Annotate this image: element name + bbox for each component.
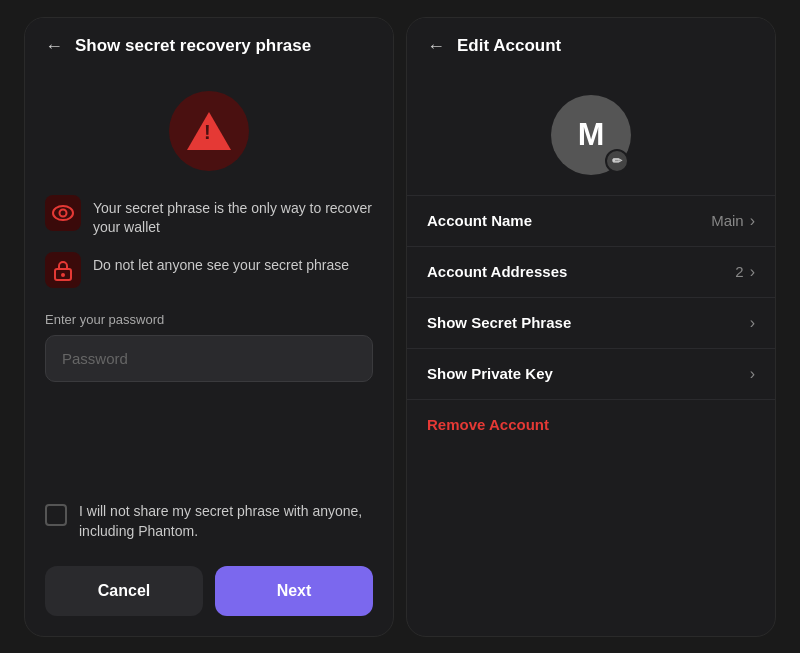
show-secret-chevron-icon: › <box>750 314 755 332</box>
left-content: Your secret phrase is the only way to re… <box>25 71 393 636</box>
left-panel-title: Show secret recovery phrase <box>75 36 311 56</box>
warning-icon-container <box>45 91 373 171</box>
account-addresses-value: 2 <box>735 263 743 280</box>
account-addresses-chevron-icon: › <box>750 263 755 281</box>
svg-point-1 <box>60 209 67 216</box>
right-panel-title: Edit Account <box>457 36 561 56</box>
left-panel: ← Show secret recovery phrase <box>24 17 394 637</box>
right-back-button[interactable]: ← <box>427 36 445 57</box>
edit-pencil-icon: ✏ <box>612 154 622 168</box>
avatar[interactable]: M ✏ <box>551 95 631 175</box>
warning-items-list: Your secret phrase is the only way to re… <box>45 195 373 288</box>
warning-eye-icon <box>45 195 81 231</box>
remove-account-label: Remove Account <box>427 416 549 433</box>
account-name-chevron-icon: › <box>750 212 755 230</box>
show-secret-label: Show Secret Phrase <box>427 314 571 331</box>
app-wrapper: ← Show secret recovery phrase <box>12 5 788 649</box>
menu-item-account-name[interactable]: Account Name Main › <box>407 195 775 247</box>
agreement-label: I will not share my secret phrase with a… <box>79 502 373 541</box>
button-row: Cancel Next <box>45 566 373 616</box>
left-back-button[interactable]: ← <box>45 36 63 57</box>
svg-point-0 <box>53 206 73 220</box>
warning-item-2: Do not let anyone see your secret phrase <box>45 252 373 288</box>
show-private-key-chevron-area: › <box>750 365 755 383</box>
show-secret-chevron-area: › <box>750 314 755 332</box>
cancel-button[interactable]: Cancel <box>45 566 203 616</box>
spacer <box>45 402 373 503</box>
password-label: Enter your password <box>45 312 373 327</box>
warning-item-1: Your secret phrase is the only way to re… <box>45 195 373 238</box>
show-private-key-chevron-icon: › <box>750 365 755 383</box>
show-private-key-label: Show Private Key <box>427 365 553 382</box>
agreement-checkbox[interactable] <box>45 504 67 526</box>
account-name-value: Main <box>711 212 744 229</box>
menu-item-account-addresses[interactable]: Account Addresses 2 › <box>407 247 775 298</box>
checkbox-area: I will not share my secret phrase with a… <box>45 502 373 541</box>
left-header: ← Show secret recovery phrase <box>25 18 393 71</box>
warning-text-1: Your secret phrase is the only way to re… <box>93 195 373 238</box>
avatar-letter: M <box>578 116 605 153</box>
account-name-value-area: Main › <box>711 212 755 230</box>
warning-triangle-icon <box>187 112 231 150</box>
menu-item-remove-account[interactable]: Remove Account <box>407 400 775 449</box>
menu-item-show-secret[interactable]: Show Secret Phrase › <box>407 298 775 349</box>
right-header: ← Edit Account <box>407 18 775 71</box>
warning-text-2: Do not let anyone see your secret phrase <box>93 252 349 276</box>
menu-item-show-private-key[interactable]: Show Private Key › <box>407 349 775 400</box>
warning-lock-icon <box>45 252 81 288</box>
account-name-label: Account Name <box>427 212 532 229</box>
right-panel: ← Edit Account M ✏ Account Name Main › <box>406 17 776 637</box>
edit-avatar-badge[interactable]: ✏ <box>605 149 629 173</box>
avatar-area: M ✏ <box>407 71 775 195</box>
password-input[interactable] <box>45 335 373 382</box>
menu-items-list: Account Name Main › Account Addresses 2 … <box>407 195 775 616</box>
account-addresses-value-area: 2 › <box>735 263 755 281</box>
svg-point-4 <box>61 273 65 277</box>
next-button[interactable]: Next <box>215 566 373 616</box>
warning-circle <box>169 91 249 171</box>
account-addresses-label: Account Addresses <box>427 263 567 280</box>
right-content: M ✏ Account Name Main › Account Addresse… <box>407 71 775 636</box>
